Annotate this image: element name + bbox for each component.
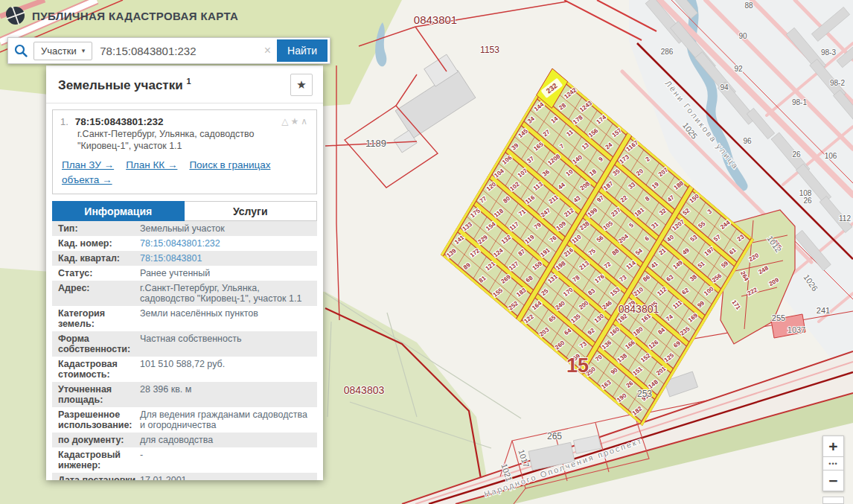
info-row-value: Ранее учтенный [140, 268, 317, 278]
favorites-button[interactable]: ★ [290, 74, 313, 96]
info-row-value-link[interactable]: 78:15:0843801:232 [140, 238, 317, 249]
info-row-value: Земельный участок [140, 223, 317, 234]
panel-title-sup: 1 [186, 77, 191, 86]
info-row: по документу:для садоводства [52, 433, 317, 447]
search-submit-button[interactable]: Найти [277, 39, 328, 62]
link-plan-kk[interactable]: План КК → [126, 159, 177, 170]
tab-bar: Информация Услуги [52, 201, 317, 221]
info-row-label: Кад. квартал: [52, 253, 140, 264]
star-icon[interactable]: ★ [290, 116, 301, 127]
map-label: 26 [792, 150, 801, 159]
info-row-value: Для ведения гражданами садоводства и ого… [140, 409, 317, 430]
map-label: 241 [817, 306, 830, 315]
map-label: 0843801 [414, 13, 457, 26]
panel-header: Земельные участки 1 ★ [46, 66, 323, 103]
info-row: Разрешенное использование:Для ведения гр… [52, 407, 317, 433]
page-title: ПУБЛИЧНАЯ КАДАСТРОВАЯ КАРТА [32, 10, 238, 22]
info-row: Кадастровый инженер:- [52, 447, 317, 473]
map-label: 15 [566, 354, 589, 377]
info-row: Тип:Земельный участок [52, 221, 317, 236]
info-row: Адрес:г.Санкт-Петербург, Ульянка, садово… [52, 281, 317, 306]
info-row-value: 28 396 кв. м [140, 384, 317, 405]
search-input[interactable] [98, 44, 258, 58]
search-category-dropdown[interactable]: Участки ▾ [33, 42, 92, 60]
result-card[interactable]: 1. 78:15:0843801:232 г.Санкт-Петербург, … [52, 109, 317, 194]
info-row: Кадастровая стоимость:101 510 588,72 руб… [52, 357, 317, 382]
info-table: Тип:Земельный участокКад. номер:78:15:08… [52, 221, 317, 480]
info-row-label: Форма собственности: [52, 334, 140, 354]
map-label: 265 [547, 431, 562, 441]
info-row-value: 17.01.2001 [140, 475, 317, 480]
map-label: 90 [738, 32, 747, 40]
partial-widget[interactable] [822, 497, 844, 504]
map-label: 96 [743, 137, 752, 145]
info-row-label: Дата постановки на учет: [52, 475, 140, 480]
map-label: 253 [637, 389, 652, 399]
info-row-label: Кадастровая стоимость: [52, 359, 140, 380]
app-header: ПУБЛИЧНАЯ КАДАСТРОВАЯ КАРТА [6, 6, 238, 25]
search-bar: Участки ▾ × Найти [7, 37, 330, 64]
info-row-value: - [140, 450, 317, 470]
app-logo-icon [6, 6, 25, 25]
info-row-label: Адрес: [52, 283, 140, 304]
info-row-label: Разрешенное использование: [52, 409, 140, 430]
info-row: Категория земель:Земли населённых пункто… [52, 306, 317, 331]
info-row-value: Земли населённых пунктов [140, 308, 317, 329]
warning-icon[interactable]: △ [281, 116, 290, 127]
star-icon: ★ [296, 78, 306, 92]
map-label: 26 [803, 197, 812, 205]
map-label: 106 [825, 152, 837, 160]
info-row-value: г.Санкт-Петербург, Ульянка, садоводство … [140, 283, 317, 304]
map-label: 255 [772, 313, 785, 322]
result-cad-number: 78:15:0843801:232 [75, 116, 164, 127]
info-row-label: Кад. номер: [52, 238, 140, 249]
search-category-label: Участки [41, 45, 77, 57]
map-label: 88 [744, 1, 753, 10]
zoom-in-button[interactable]: + [822, 436, 844, 457]
info-row: Статус:Ранее учтенный [52, 266, 317, 281]
info-row-value: 101 510 588,72 руб. [140, 359, 317, 380]
map-label: 94 [720, 83, 729, 92]
info-row-label: Кадастровый инженер: [52, 450, 140, 470]
info-row: Дата постановки на учет:17.01.2001 [52, 473, 317, 480]
panel-title: Земельные участки 1 [58, 77, 191, 93]
info-row-label: Категория земель: [52, 308, 140, 329]
zoom-more-button[interactable]: ••• [822, 457, 844, 470]
info-row: Кад. номер:78:15:0843801:232 [52, 236, 317, 251]
info-row-value-link[interactable]: 78:15:0843801 [140, 253, 317, 264]
info-row-label: Уточненная площадь: [52, 384, 140, 405]
search-icon [14, 44, 28, 57]
tab-services[interactable]: Услуги [185, 201, 318, 221]
chevron-down-icon: ▾ [82, 47, 86, 54]
info-row: Кад. квартал:78:15:0843801 [52, 251, 317, 266]
info-row: Форма собственности:Частная собственност… [52, 331, 317, 357]
result-card-icons: △★∧ [281, 116, 310, 127]
map-label: 112 [839, 214, 851, 223]
map-label: 1153 [480, 45, 499, 55]
link-plan-zu[interactable]: План ЗУ → [62, 159, 114, 170]
result-address: г.Санкт-Петербург, Ульянка, садоводство … [77, 129, 278, 152]
info-row-label: по документу: [52, 435, 140, 445]
result-index: 1. [60, 116, 68, 127]
tab-information[interactable]: Информация [52, 201, 185, 221]
zoom-out-button[interactable]: − [822, 470, 844, 491]
collapse-icon[interactable]: ∧ [301, 116, 310, 127]
map-label: 0843801 [619, 303, 659, 315]
info-row-value: для садоводства [140, 435, 317, 445]
zoom-control: + ••• − [822, 436, 844, 491]
map-label: 98-2 [830, 79, 845, 87]
result-links: План ЗУ →План КК →Поиск в границах объек… [62, 158, 309, 187]
map-label: 0843803 [344, 384, 385, 396]
results-panel: Земельные участки 1 ★ 1. 78:15:0843801:2… [46, 66, 323, 480]
info-row-label: Статус: [52, 268, 140, 278]
map-label: 286 [661, 48, 674, 56]
map-label: 1037 [787, 325, 805, 334]
clear-search-icon[interactable]: × [258, 44, 277, 57]
map-label: 98-3 [821, 48, 836, 57]
map-label: 92 [734, 65, 743, 73]
map-label: 98-1 [792, 98, 807, 106]
info-row-value: Частная собственность [140, 334, 317, 354]
map-label: 1189 [365, 138, 386, 149]
info-row: Уточненная площадь:28 396 кв. м [52, 382, 317, 407]
info-row-label: Тип: [52, 223, 140, 234]
